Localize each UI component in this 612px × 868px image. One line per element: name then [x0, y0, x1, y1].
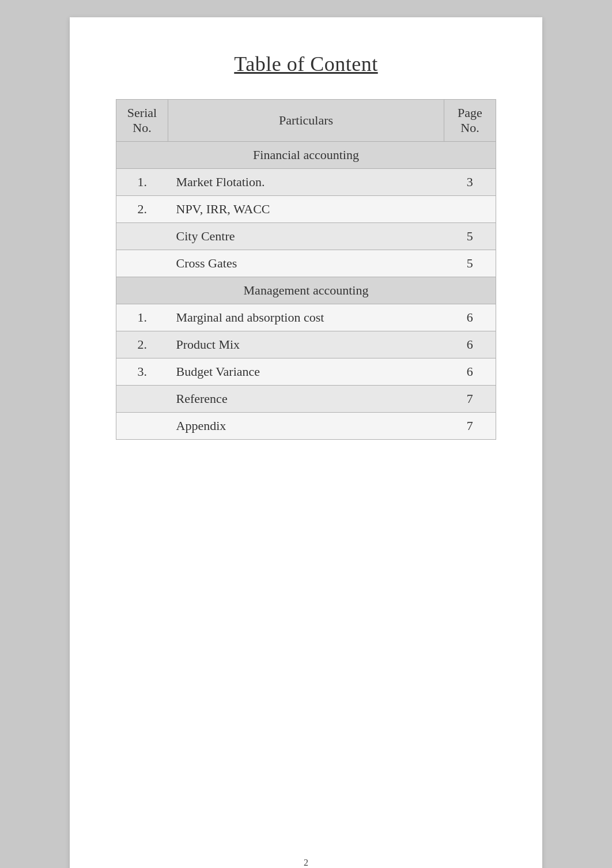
cell-serial	[116, 223, 168, 250]
cell-serial	[116, 386, 168, 413]
table-row: 1.Marginal and absorption cost6	[116, 304, 496, 331]
table-row: Financial accounting	[116, 142, 496, 169]
table-row: Cross Gates5	[116, 250, 496, 277]
cell-serial: 1.	[116, 304, 168, 331]
header-page: PageNo.	[444, 100, 496, 142]
cell-particulars: Reference	[168, 386, 444, 413]
content-table: SerialNo. Particulars PageNo. Financial …	[116, 99, 496, 440]
table-header-row: SerialNo. Particulars PageNo.	[116, 100, 496, 142]
header-particulars: Particulars	[168, 100, 444, 142]
cell-particulars: Market Flotation.	[168, 169, 444, 196]
cell-serial: 3.	[116, 358, 168, 386]
page-number: 2	[304, 858, 308, 867]
cell-page	[444, 196, 496, 223]
cell-particulars: City Centre	[168, 223, 444, 250]
cell-page: 7	[444, 386, 496, 413]
table-row: 2.NPV, IRR, WACC	[116, 196, 496, 223]
document-page: Table of Content SerialNo. Particulars P…	[70, 17, 542, 868]
cell-serial	[116, 250, 168, 277]
cell-page: 6	[444, 331, 496, 358]
cell-particulars: Appendix	[168, 413, 444, 440]
page-title: Table of Content	[116, 52, 496, 76]
cell-page: 5	[444, 250, 496, 277]
table-row: 2.Product Mix6	[116, 331, 496, 358]
cell-serial: 2.	[116, 331, 168, 358]
table-row: 1.Market Flotation.3	[116, 169, 496, 196]
header-serial: SerialNo.	[116, 100, 168, 142]
cell-particulars: Cross Gates	[168, 250, 444, 277]
cell-page: 6	[444, 358, 496, 386]
cell-serial: 1.	[116, 169, 168, 196]
cell-page: 6	[444, 304, 496, 331]
table-row: Appendix7	[116, 413, 496, 440]
cell-particulars: NPV, IRR, WACC	[168, 196, 444, 223]
cell-particulars: Budget Variance	[168, 358, 444, 386]
section-header-cell: Management accounting	[116, 277, 496, 304]
cell-page: 5	[444, 223, 496, 250]
table-row: Reference7	[116, 386, 496, 413]
cell-page: 7	[444, 413, 496, 440]
cell-particulars: Product Mix	[168, 331, 444, 358]
section-header-cell: Financial accounting	[116, 142, 496, 169]
table-row: 3.Budget Variance6	[116, 358, 496, 386]
page-number-footer: 2	[70, 858, 542, 868]
cell-serial: 2.	[116, 196, 168, 223]
cell-particulars: Marginal and absorption cost	[168, 304, 444, 331]
table-row: Management accounting	[116, 277, 496, 304]
cell-page: 3	[444, 169, 496, 196]
cell-serial	[116, 413, 168, 440]
table-row: City Centre5	[116, 223, 496, 250]
